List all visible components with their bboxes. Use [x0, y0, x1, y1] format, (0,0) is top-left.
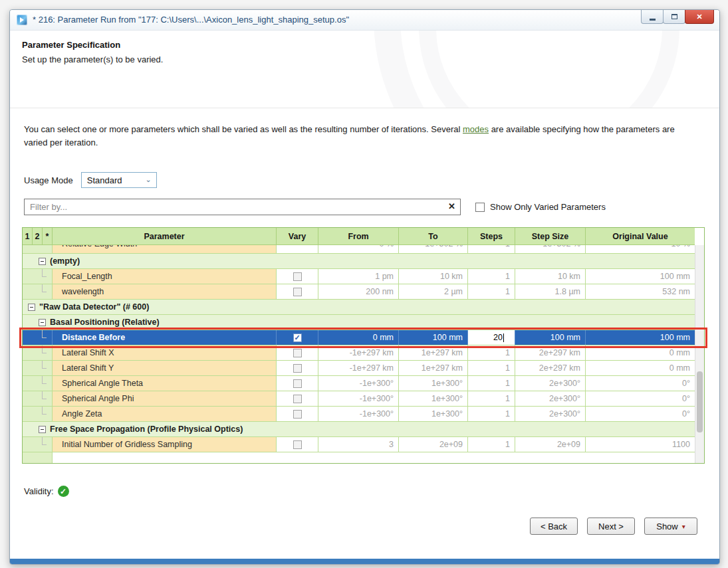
vary-checkbox[interactable] — [293, 440, 302, 449]
decorative-swirl — [374, 31, 719, 108]
to-cell: 1e+300° — [399, 407, 468, 421]
vary-checkbox[interactable] — [293, 395, 302, 403]
step-size-cell: 2e+300° — [515, 376, 586, 391]
parameter-table-body: 12*ParameterVaryFromToStepsStep SizeOrig… — [23, 228, 695, 463]
window-controls: ✕ — [642, 10, 714, 24]
param-name-cell: Focal_Length — [53, 269, 277, 284]
filter-input-wrap: ✕ — [24, 199, 461, 215]
collapse-icon[interactable] — [39, 258, 46, 265]
minimize-button[interactable] — [641, 10, 664, 24]
param-row-lateral-shift-x[interactable]: Lateral Shift X-1e+297 km1e+297 km12e+29… — [23, 345, 695, 361]
vary-checkbox[interactable] — [293, 349, 302, 357]
tree-gutter-cell — [23, 437, 53, 452]
param-row-lateral-shift-y[interactable]: Lateral Shift Y-1e+297 km1e+297 km12e+29… — [23, 361, 695, 376]
group-row-basal-positioning-relative[interactable]: Basal Positioning (Relative) — [23, 315, 695, 330]
column-header-: * — [43, 228, 53, 244]
vary-cell — [277, 245, 318, 253]
param-name-cell: Initial Number of Gridless Sampling — [53, 437, 277, 452]
column-header-2: 2 — [33, 228, 43, 244]
bottom-accent-bar — [10, 559, 719, 564]
group-label: (empty) — [50, 256, 80, 266]
dropdown-arrow-icon: ▾ — [682, 523, 685, 530]
param-row-spherical-angle-phi[interactable]: Spherical Angle Phi-1e+300°1e+300°12e+30… — [23, 391, 695, 407]
show-button[interactable]: Show ▾ — [644, 518, 697, 535]
to-cell: 1e+297 km — [399, 361, 468, 375]
vary-checkbox[interactable]: ✓ — [293, 333, 302, 342]
vary-cell — [277, 376, 318, 391]
param-row-relative-edge-width[interactable]: Relative Edge Width0 %1e+302 %11e+302 %1… — [23, 245, 695, 254]
to-cell: 1e+302 % — [399, 245, 468, 253]
original-value-cell: 532 nm — [586, 284, 695, 299]
param-row-spherical-angle-theta[interactable]: Spherical Angle Theta-1e+300°1e+300°12e+… — [23, 376, 695, 391]
group-row-raw-data-detector-600[interactable]: "Raw Data Detector" (# 600) — [23, 300, 695, 315]
column-header-steps: Steps — [468, 228, 515, 244]
param-row-focal-length[interactable]: Focal_Length1 pm10 km110 km100 mm — [23, 269, 695, 284]
group-label: Basal Positioning (Relative) — [50, 318, 160, 327]
chevron-down-icon: ⌄ — [146, 175, 152, 184]
page-subtitle: Set up the parameter(s) to be varied. — [22, 54, 163, 64]
tree-gutter-cell — [23, 452, 53, 463]
param-row-wavelength[interactable]: wavelength200 nm2 µm11.8 µm532 nm — [23, 284, 695, 300]
column-header-1: 1 — [23, 228, 33, 244]
steps-cell: 1 — [468, 437, 515, 452]
maximize-button[interactable] — [663, 10, 685, 24]
collapse-icon[interactable] — [39, 426, 46, 433]
step-size-cell: 2e+300° — [515, 407, 586, 421]
validity-check-icon: ✓ — [58, 486, 69, 497]
group-row-free-space-propagation-profile-physical-optics[interactable]: Free Space Propagation (Profile Physical… — [23, 422, 695, 437]
close-icon: ✕ — [696, 13, 702, 21]
steps-cell: 1 — [468, 269, 515, 284]
param-row-initial-number-of-gridless-sampling[interactable]: Initial Number of Gridless Sampling32e+0… — [23, 437, 695, 452]
from-cell: 0 % — [318, 245, 399, 253]
titlebar[interactable]: * 216: Parameter Run from "177: C:\Users… — [10, 10, 719, 31]
param-name-cell: Distance Before — [53, 330, 277, 345]
vary-cell — [277, 345, 318, 360]
minimize-icon — [650, 19, 656, 21]
close-button[interactable]: ✕ — [685, 10, 714, 24]
step-size-cell: 2e+300° — [515, 391, 586, 406]
vary-checkbox[interactable] — [293, 410, 302, 419]
from-cell: 3 — [318, 437, 399, 452]
scrollbar-thumb[interactable] — [697, 371, 703, 432]
show-only-varied-checkbox[interactable] — [475, 203, 485, 212]
show-only-varied-label: Show Only Varied Parameters — [490, 202, 606, 212]
footer-buttons: < Back Next > Show ▾ — [530, 518, 697, 535]
from-cell: 200 nm — [318, 284, 399, 299]
vary-checkbox[interactable] — [293, 379, 302, 388]
modes-link[interactable]: modes — [463, 124, 489, 134]
usage-mode-value: Standard — [87, 175, 122, 185]
column-header-parameter: Parameter — [53, 228, 277, 244]
collapse-icon[interactable] — [39, 319, 46, 326]
column-header-original-value: Original Value — [586, 228, 695, 244]
filter-input[interactable] — [25, 199, 460, 215]
vary-cell — [277, 391, 318, 406]
validity-label: Validity: — [24, 486, 54, 496]
collapse-icon[interactable] — [28, 304, 35, 311]
tree-gutter-cell — [23, 376, 53, 391]
original-value-cell: 10 % — [586, 245, 695, 253]
original-value-cell: 0 mm — [586, 361, 695, 375]
original-value-cell: 1100 — [586, 437, 695, 452]
vary-checkbox[interactable] — [293, 364, 302, 373]
original-value-cell: 0° — [586, 407, 695, 421]
screen: * 216: Parameter Run from "177: C:\Users… — [0, 0, 728, 568]
clear-filter-icon[interactable]: ✕ — [448, 201, 455, 211]
param-name-cell: Relative Edge Width — [53, 245, 277, 253]
steps-cell: 1 — [468, 284, 515, 299]
usage-mode-select[interactable]: Standard ⌄ — [81, 172, 157, 188]
tree-gutter-cell — [23, 361, 53, 375]
vary-checkbox[interactable] — [293, 288, 302, 296]
next-button[interactable]: Next > — [587, 518, 635, 535]
param-row-distance-before[interactable]: Distance Before✓0 mm100 mm20100 mm100 mm — [23, 330, 695, 345]
group-row-empty[interactable]: (empty) — [23, 254, 695, 269]
tree-gutter-cell — [23, 407, 53, 421]
back-button[interactable]: < Back — [530, 518, 578, 535]
steps-cell[interactable]: 20 — [468, 330, 515, 345]
param-row-angle-zeta[interactable]: Angle Zeta-1e+300°1e+300°12e+300°0° — [23, 407, 695, 422]
table-header-row: 12*ParameterVaryFromToStepsStep SizeOrig… — [23, 228, 695, 245]
vary-cell — [277, 407, 318, 421]
vary-checkbox[interactable] — [293, 272, 302, 281]
steps-cell: 1 — [468, 361, 515, 375]
vertical-scrollbar[interactable] — [695, 245, 704, 463]
group-label: "Raw Data Detector" (# 600) — [39, 302, 149, 312]
